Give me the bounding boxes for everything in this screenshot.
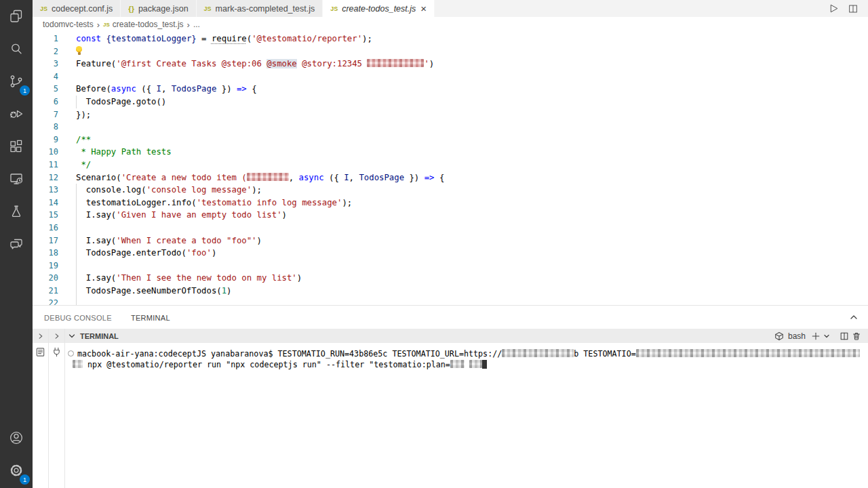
code-token: { bbox=[247, 84, 257, 94]
code-editor[interactable]: 1const {testomatioLogger} = require('@te… bbox=[33, 32, 868, 306]
kill-terminal-button[interactable] bbox=[852, 331, 861, 341]
sidebar-item-explorer[interactable] bbox=[0, 0, 33, 33]
code-line: 9/** bbox=[33, 134, 868, 146]
sidebar-item-search[interactable] bbox=[0, 33, 33, 65]
terminal-line: macbook-air-yana:codeceptJS yanabaranova… bbox=[68, 349, 868, 360]
split-terminal-button[interactable] bbox=[840, 331, 849, 341]
chevron-right-icon: › bbox=[187, 20, 190, 30]
code-token: const bbox=[76, 34, 101, 43]
line-number: 18 bbox=[33, 247, 58, 260]
code-line: 5Before(async ({ I, TodosPage }) => { bbox=[33, 83, 868, 96]
code-token: I.say( bbox=[76, 210, 116, 220]
redacted-text bbox=[469, 360, 482, 368]
code-line: 3Feature('@first Create Tasks @step:06 @… bbox=[33, 58, 868, 70]
code-token: ) bbox=[212, 248, 216, 258]
code-token: 'console log message' bbox=[146, 185, 252, 195]
line-number: 17 bbox=[33, 235, 58, 247]
accounts-button[interactable] bbox=[0, 422, 33, 454]
sidebar-item-testing[interactable] bbox=[0, 195, 33, 228]
code-line: 17 I.say('When I create a todo "foo"') bbox=[33, 235, 868, 247]
code-token: require bbox=[212, 34, 247, 43]
close-tab-icon[interactable]: × bbox=[420, 3, 427, 14]
line-number: 3 bbox=[33, 58, 58, 70]
line-number: 8 bbox=[33, 121, 58, 134]
code-token: TodosPage bbox=[172, 84, 217, 94]
tab-mark-as-completed_test.js[interactable]: JSmark-as-completed_test.js bbox=[197, 0, 323, 17]
code-token: ) bbox=[429, 59, 434, 68]
sidebar-item-remote-explorer[interactable] bbox=[0, 163, 33, 195]
code-token: ({ bbox=[136, 84, 157, 94]
code-line: 4 bbox=[33, 70, 868, 83]
terminal-dropdown-chevron[interactable] bbox=[823, 333, 830, 340]
code-token: I.say( bbox=[76, 236, 116, 245]
collapsed-view-ports[interactable] bbox=[49, 329, 65, 488]
code-token: TodosPage.seeNumberOfTodos( bbox=[76, 286, 222, 296]
code-line: 14 testomatioLogger.info('testomatio inf… bbox=[33, 197, 868, 209]
tab-terminal[interactable]: TERMINAL bbox=[130, 305, 171, 330]
code-content: Before(async ({ I, TodosPage }) => { bbox=[58, 83, 868, 96]
chevron-down-icon[interactable] bbox=[68, 333, 75, 340]
line-number: 14 bbox=[33, 197, 58, 209]
tab-label: codecept.conf.js bbox=[52, 4, 113, 14]
terminal-view: TERMINAL bash bbox=[65, 329, 868, 488]
terminal-output[interactable]: macbook-air-yana:codeceptJS yanabaranova… bbox=[65, 343, 868, 488]
split-editor-button[interactable] bbox=[848, 3, 859, 14]
js-file-icon: JS bbox=[204, 5, 212, 12]
code-content: Feature('@first Create Tasks @step:06 @s… bbox=[58, 58, 868, 70]
sidebar-item-extensions[interactable] bbox=[0, 130, 33, 163]
code-token: }); bbox=[76, 110, 91, 119]
breadcrumb-file[interactable]: create-todos_test.js bbox=[113, 20, 184, 29]
lightbulb-icon bbox=[76, 46, 83, 56]
maximize-panel-button[interactable] bbox=[849, 312, 859, 322]
code-content: TodosPage.goto() bbox=[58, 96, 868, 108]
code-token: * Happy Path tests bbox=[76, 147, 172, 157]
tab-package.json[interactable]: {}package.json bbox=[121, 0, 196, 17]
code-token: }) bbox=[216, 84, 237, 94]
line-number: 2 bbox=[33, 45, 58, 58]
output-icon bbox=[35, 347, 45, 357]
sidebar-item-run-and-debug[interactable] bbox=[0, 98, 33, 130]
code-content bbox=[58, 121, 868, 134]
code-content bbox=[58, 222, 868, 235]
code-content: TodosPage.seeNumberOfTodos(1) bbox=[58, 285, 868, 298]
code-token: ' bbox=[424, 59, 429, 68]
json-file-icon: {} bbox=[128, 5, 134, 13]
breadcrumb: todomvc-tests › JS create-todos_test.js … bbox=[33, 17, 868, 32]
tab-create-todos_test.js[interactable]: JScreate-todos_test.js× bbox=[323, 0, 435, 17]
code-token: ) bbox=[297, 273, 302, 283]
sidebar-item-source-control[interactable]: 1 bbox=[0, 65, 33, 98]
indent-guide bbox=[76, 272, 77, 285]
run-button[interactable] bbox=[828, 3, 840, 14]
breadcrumb-folder[interactable]: todomvc-tests bbox=[43, 20, 94, 29]
beaker-icon bbox=[8, 203, 24, 220]
breadcrumb-more[interactable]: ... bbox=[193, 20, 200, 29]
plug-icon bbox=[52, 347, 62, 357]
line-number: 12 bbox=[33, 171, 58, 184]
code-content: */ bbox=[58, 159, 868, 171]
settings-button[interactable]: 1 bbox=[0, 454, 33, 487]
code-token: 'Create a new todo item ( bbox=[121, 173, 247, 182]
indent-guide bbox=[76, 96, 77, 108]
tab-codecept.conf.js[interactable]: JScodecept.conf.js bbox=[33, 0, 121, 17]
panel-header: DEBUG CONSOLE TERMINAL bbox=[33, 306, 868, 329]
js-file-icon: JS bbox=[40, 5, 47, 12]
new-terminal-button[interactable] bbox=[811, 331, 821, 341]
sidebar-item-comments[interactable] bbox=[0, 228, 33, 260]
code-line: 13 console.log('console log message'); bbox=[33, 184, 868, 197]
terminal-section-header: TERMINAL bash bbox=[65, 329, 868, 343]
tab-debug-console[interactable]: DEBUG CONSOLE bbox=[43, 305, 113, 330]
code-token: b TESTOMATIO= bbox=[574, 349, 635, 359]
code-content: I.say('Given I have an empty todo list') bbox=[58, 209, 868, 222]
expand-output-button[interactable] bbox=[33, 329, 48, 343]
line-number: 13 bbox=[33, 184, 58, 197]
settings-badge: 1 bbox=[20, 474, 30, 485]
code-token: = bbox=[197, 34, 212, 43]
code-line: 1const {testomatioLogger} = require('@te… bbox=[33, 33, 868, 45]
code-line: 15 I.say('Given I have an empty todo lis… bbox=[33, 209, 868, 222]
code-line: 10 * Happy Path tests bbox=[33, 146, 868, 159]
code-token: ); bbox=[252, 185, 262, 195]
shell-name[interactable]: bash bbox=[788, 331, 806, 341]
collapsed-view-output[interactable] bbox=[33, 329, 49, 488]
expand-ports-button[interactable] bbox=[49, 329, 64, 343]
code-token: */ bbox=[76, 160, 91, 169]
